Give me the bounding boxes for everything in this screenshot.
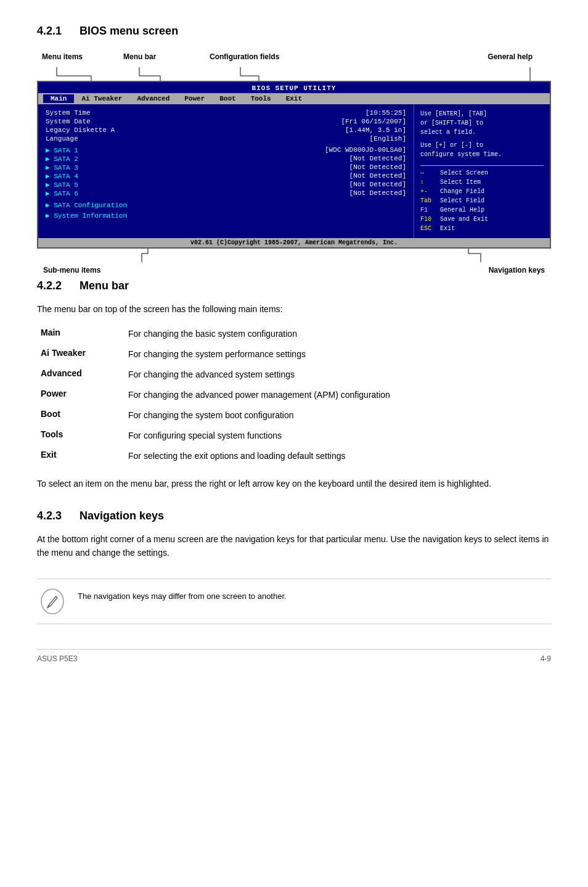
menu-item-name-main: Main	[38, 324, 125, 344]
bios-right-panel: Use [ENTER], [TAB] or [SHIFT-TAB] to sel…	[414, 104, 550, 238]
section-423: 4.2.3 Navigation keys At the bottom righ…	[37, 510, 551, 560]
bios-title: BIOS SETUP UTILITY	[38, 82, 550, 93]
label-menu-items: Menu items	[42, 52, 83, 61]
bios-sata-1: ▶ SATA 1 [WDC WD800JD-00LSA0]	[46, 146, 406, 154]
menu-item-desc-exit: For selecting the exit options and loadi…	[126, 447, 550, 466]
bios-nav-f1: F1 General Help	[420, 205, 544, 215]
bios-menu-bar: Main Ai Tweaker Advanced Power Boot Tool…	[38, 93, 550, 104]
menu-item-desc-power: For changing the advanced power manageme…	[126, 386, 550, 405]
bios-submenu-sata-config: ▶ SATA Configuration	[46, 201, 406, 209]
bios-menu-boot: Boot	[212, 94, 243, 103]
bios-screen: BIOS SETUP UTILITY Main Ai Tweaker Advan…	[37, 81, 551, 249]
bios-sata-list: ▶ SATA 1 [WDC WD800JD-00LSA0] ▶ SATA 2 […	[46, 146, 406, 197]
diagram-bottom-labels: Sub-menu items Navigation keys	[37, 266, 551, 274]
bios-sata-6: ▶ SATA 6 [Not Detected]	[46, 189, 406, 197]
bios-sata-3: ▶ SATA 3 [Not Detected]	[46, 163, 406, 171]
bios-sata-4: ▶ SATA 4 [Not Detected]	[46, 172, 406, 180]
section-422-heading: 4.2.2 Menu bar	[37, 279, 551, 292]
bios-nav-change-field: +- Change Field	[420, 187, 544, 196]
bios-menu-ai-tweaker: Ai Tweaker	[74, 94, 129, 103]
section-421-heading: 4.2.1 BIOS menu screen	[37, 25, 551, 38]
menu-item-desc-boot: For changing the system boot configurati…	[126, 406, 550, 425]
bios-menu-power: Power	[177, 94, 212, 103]
bios-nav-f10: F10 Save and Exit	[420, 215, 544, 224]
note-icon	[37, 588, 68, 615]
menu-item-desc-tools: For configuring special system functions	[126, 426, 550, 445]
bios-field-system-date: System Date [Fri 06/15/2007]	[46, 118, 406, 125]
bios-submenu-list: ▶ SATA Configuration ▶ System Informatio…	[46, 201, 406, 220]
bios-nav-esc: ESC Exit	[420, 224, 544, 233]
bios-field-system-time: System Time [10:55:25]	[46, 109, 406, 117]
table-row: Main For changing the basic system confi…	[38, 324, 550, 344]
note-box: The navigation keys may differ from one …	[37, 579, 551, 624]
bios-nav-select-item: ↕ Select Item	[420, 178, 544, 187]
bios-menu-advanced: Advanced	[129, 94, 177, 103]
table-row: Ai Tweaker For changing the system perfo…	[38, 345, 550, 364]
bios-diagram: Menu items Menu bar Configuration fields…	[37, 47, 551, 274]
table-row: Boot For changing the system boot config…	[38, 406, 550, 425]
bios-sata-2: ▶ SATA 2 [Not Detected]	[46, 155, 406, 163]
label-general-help: General help	[488, 52, 533, 61]
menu-item-desc-main: For changing the basic system configurat…	[126, 324, 550, 344]
pencil-icon	[39, 588, 66, 615]
section-423-heading: 4.2.3 Navigation keys	[37, 510, 551, 522]
table-row: Power For changing the advanced power ma…	[38, 386, 550, 405]
footer-page: 4-9	[541, 654, 551, 663]
bios-left-panel: System Time [10:55:25] System Date [Fri …	[38, 104, 414, 238]
bios-nav-select-field: Tab Select Field	[420, 196, 544, 205]
svg-point-16	[41, 589, 63, 614]
bios-menu-tools: Tools	[243, 94, 279, 103]
bios-menu-main: Main	[43, 94, 74, 103]
bios-nav-select-screen: ↔ Select Screen	[420, 168, 544, 178]
bios-field-language: Language [English]	[46, 135, 406, 142]
bios-field-diskette: Legacy Diskette A [1.44M, 3.5 in]	[46, 126, 406, 134]
menu-item-desc-ai-tweaker: For changing the system performance sett…	[126, 345, 550, 364]
bios-nav-keys-panel: ↔ Select Screen ↕ Select Item +- Change …	[420, 165, 544, 233]
nav-keys-description: At the bottom right corner of a menu scr…	[37, 532, 551, 560]
table-row: Exit For selecting the exit options and …	[38, 447, 550, 466]
label-navigation-keys: Navigation keys	[489, 266, 545, 274]
menu-bar-note: To select an item on the menu bar, press…	[37, 477, 551, 490]
menu-items-table: Main For changing the basic system confi…	[37, 323, 551, 467]
menu-item-desc-advanced: For changing the advanced system setting…	[126, 365, 550, 384]
menu-item-name-tools: Tools	[38, 426, 125, 445]
menu-item-name-advanced: Advanced	[38, 365, 125, 384]
menu-item-name-exit: Exit	[38, 447, 125, 466]
connector-lines-bottom	[37, 249, 551, 262]
label-menu-bar: Menu bar	[123, 52, 156, 61]
label-config-fields: Configuration fields	[210, 52, 279, 61]
bios-help-text: Use [ENTER], [TAB] or [SHIFT-TAB] to sel…	[420, 109, 544, 159]
table-row: Tools For configuring special system fun…	[38, 426, 550, 445]
connector-lines-top	[37, 67, 551, 81]
bios-menu-exit: Exit	[279, 94, 309, 103]
svg-line-17	[55, 596, 56, 598]
svg-line-18	[49, 605, 50, 606]
page-footer: ASUS P5E3 4-9	[37, 649, 551, 663]
footer-product: ASUS P5E3	[37, 654, 77, 663]
bios-footer: v02.61 (C)Copyright 1985-2007, American …	[38, 238, 550, 247]
menu-bar-description: The menu bar on top of the screen has th…	[37, 302, 551, 316]
section-422: 4.2.2 Menu bar The menu bar on top of th…	[37, 279, 551, 491]
label-submenu-items: Sub-menu items	[43, 266, 100, 274]
table-row: Advanced For changing the advanced syste…	[38, 365, 550, 384]
note-text: The navigation keys may differ from one …	[78, 588, 287, 603]
menu-item-name-ai-tweaker: Ai Tweaker	[38, 345, 125, 364]
menu-item-name-power: Power	[38, 386, 125, 405]
bios-content-area: System Time [10:55:25] System Date [Fri …	[38, 104, 550, 238]
bios-submenu-sys-info: ▶ System Information	[46, 212, 406, 220]
menu-item-name-boot: Boot	[38, 406, 125, 425]
bios-sata-5: ▶ SATA 5 [Not Detected]	[46, 181, 406, 189]
